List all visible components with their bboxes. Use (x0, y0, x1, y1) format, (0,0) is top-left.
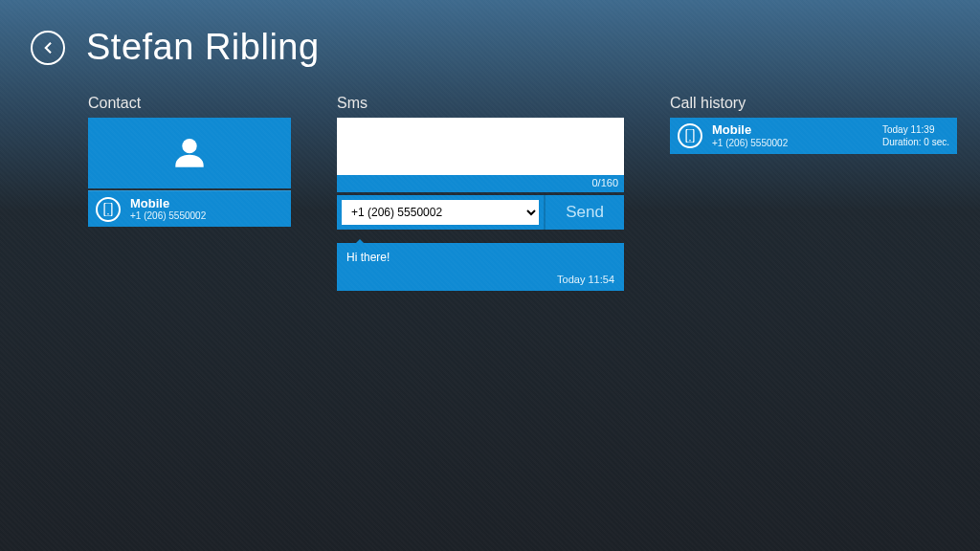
contact-phone-number: +1 (206) 5550002 (130, 210, 206, 221)
send-button[interactable]: Send (544, 195, 624, 230)
history-entry-number: +1 (206) 5550002 (712, 138, 882, 148)
contact-avatar-tile[interactable] (88, 118, 291, 188)
sms-message-time: Today 11:54 (346, 274, 614, 285)
contact-phone-label: Mobile (130, 197, 206, 210)
mobile-phone-icon (678, 123, 702, 148)
history-entry-label: Mobile (712, 123, 882, 137)
sms-message-bubble[interactable]: Hi there! Today 11:54 (337, 243, 624, 291)
svg-point-5 (689, 140, 691, 142)
back-button[interactable] (31, 31, 65, 65)
call-history-entry[interactable]: Mobile +1 (206) 5550002 Today 11:39 Dura… (670, 118, 957, 154)
page-title: Stefan Ribling (86, 27, 320, 68)
sms-number-select[interactable]: +1 (206) 5550002 (342, 200, 539, 225)
history-heading: Call history (670, 95, 957, 112)
sms-heading: Sms (337, 95, 624, 112)
svg-point-0 (182, 139, 196, 153)
sms-compose-box: 0/160 (337, 118, 624, 192)
contact-column: Contact Mobile +1 (206) 5550002 (88, 95, 291, 227)
contact-heading: Contact (88, 95, 291, 112)
sms-message-text: Hi there! (346, 251, 614, 264)
svg-point-3 (107, 212, 109, 214)
person-icon (168, 132, 211, 174)
history-entry-time: Today 11:39 (882, 123, 949, 136)
sms-input[interactable] (337, 118, 624, 175)
mobile-phone-icon (96, 197, 121, 222)
arrow-left-icon (39, 39, 56, 56)
call-history-column: Call history Mobile +1 (206) 5550002 Tod… (670, 95, 957, 154)
history-entry-duration: Duration: 0 sec. (882, 136, 949, 148)
sms-column: Sms 0/160 +1 (206) 5550002 Send Hi there… (337, 95, 624, 291)
sms-char-counter: 0/160 (337, 175, 624, 192)
contact-phone-tile[interactable]: Mobile +1 (206) 5550002 (88, 190, 291, 227)
